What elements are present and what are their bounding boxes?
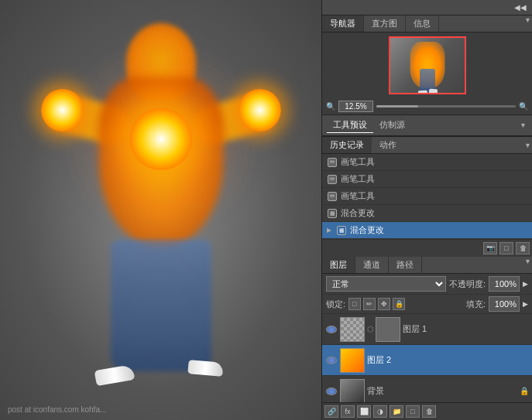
layer-name-1: 图层 1 <box>403 323 529 335</box>
navigator-zoom-bar: 🔍 🔍 <box>322 98 532 114</box>
figure-sun-orb <box>130 108 192 170</box>
lock-all-btn[interactable]: 🔒 <box>393 298 405 310</box>
tool-presets-section: 工具预设 仿制源 ▼ <box>322 115 532 137</box>
layer-thumb-bg <box>340 379 365 403</box>
eye-icon-bg <box>326 388 337 395</box>
figure-shoe-right <box>187 360 223 377</box>
layer-adjustment-btn[interactable]: ◑ <box>373 405 387 418</box>
zoom-slider[interactable] <box>376 105 516 108</box>
history-menu-btn[interactable]: ▼ <box>523 141 532 150</box>
figure-glow <box>53 15 269 394</box>
history-item-2[interactable]: ✏ 画笔工具 <box>322 171 532 188</box>
tool-presets-menu-btn[interactable]: ▼ <box>519 121 527 130</box>
history-item-3[interactable]: ✏ 画笔工具 <box>322 188 532 205</box>
watermark: post at iconfans.com kohfa... <box>8 405 106 414</box>
layers-blend-row: 正常 不透明度: ▶ <box>322 274 532 295</box>
layer-item-1[interactable]: ⬡ 图层 1 <box>322 314 532 345</box>
zoom-value-input[interactable] <box>338 101 373 112</box>
layers-tab-2[interactable]: 通道 <box>355 257 389 273</box>
history-item-label-1: 画笔工具 <box>341 156 375 168</box>
lock-transparent-btn[interactable]: □ <box>348 298 361 310</box>
history-item-1[interactable]: ✏ 画笔工具 <box>322 154 532 171</box>
history-tab-2[interactable]: 动作 <box>372 137 404 153</box>
canvas-area: post at iconfans.com kohfa... <box>0 0 321 420</box>
history-item-label-3: 画笔工具 <box>341 190 375 202</box>
canvas-image[interactable]: post at iconfans.com kohfa... <box>0 0 321 420</box>
layer-mask-1 <box>376 317 400 342</box>
layer-delete-btn[interactable]: 🗑 <box>422 405 436 418</box>
opacity-arrow-icon[interactable]: ▶ <box>523 280 528 288</box>
layer-new-btn[interactable]: □ <box>406 405 420 418</box>
history-icon-4: ▦ <box>327 208 338 219</box>
lock-icons: □ ✏ ✥ 🔒 <box>348 298 405 310</box>
history-arrow-icon: ▶ <box>327 227 331 234</box>
layers-tab-3[interactable]: 路径 <box>389 257 422 273</box>
history-new-snapshot-btn[interactable]: 📷 <box>483 242 497 254</box>
figure-hand-orb-left <box>41 89 84 131</box>
history-item-5[interactable]: ▶ ▦ 混合更改 <box>322 222 532 239</box>
navigator-preview <box>322 32 532 98</box>
lock-row: 锁定: □ ✏ ✥ 🔒 填充: ▶ <box>322 295 532 314</box>
history-bottom: 📷 □ 🗑 <box>322 239 532 257</box>
panel-collapse-btn[interactable]: ◀◀ <box>512 3 529 12</box>
right-panel: ◀◀ 导航器 直方图 信息 ▼ 🔍 🔍 <box>321 0 532 420</box>
lock-label: 锁定: <box>326 299 345 310</box>
layer-name-bg: 背景 <box>367 385 517 397</box>
history-icon-1: ✏ <box>327 157 338 168</box>
layer-visibility-bg[interactable] <box>325 385 338 398</box>
history-tabs: 历史记录 动作 ▼ <box>322 137 532 154</box>
figure-jeans <box>111 240 211 371</box>
zoom-out-icon[interactable]: 🔍 <box>326 102 335 111</box>
fill-input[interactable] <box>489 296 520 312</box>
opacity-label: 不透明度: <box>449 278 486 290</box>
layer-mask-btn[interactable]: ⬜ <box>357 405 371 418</box>
navigator-thumbnail[interactable] <box>389 36 466 94</box>
layer-visibility-1[interactable] <box>325 323 338 336</box>
tool-presets-tab-1[interactable]: 工具预设 <box>327 118 373 133</box>
navigator-tab-3[interactable]: 信息 <box>406 15 439 32</box>
history-item-4[interactable]: ▦ 混合更改 <box>322 205 532 222</box>
tool-presets-tabs: 工具预设 仿制源 <box>327 118 411 133</box>
navigator-tab-1[interactable]: 导航器 <box>322 15 364 32</box>
layer-item-2[interactable]: 图层 2 <box>322 345 532 376</box>
layer-link-btn[interactable]: 🔗 <box>324 405 338 418</box>
blend-mode-select[interactable]: 正常 <box>326 276 446 292</box>
lock-paint-btn[interactable]: ✏ <box>363 298 376 310</box>
layer-lock-icon: 🔒 <box>520 387 529 395</box>
layer-thumb-1 <box>340 317 365 342</box>
history-item-label-5: 混合更改 <box>350 224 384 236</box>
fill-label: 填充: <box>466 299 486 310</box>
lock-move-btn[interactable]: ✥ <box>378 298 390 310</box>
history-tab-1[interactable]: 历史记录 <box>322 137 372 153</box>
history-list: ✏ 画笔工具 ✏ 画笔工具 ✏ <box>322 154 532 239</box>
zoom-in-icon[interactable]: 🔍 <box>519 102 528 111</box>
opacity-input[interactable] <box>489 276 520 292</box>
tool-presets-tab-2[interactable]: 仿制源 <box>373 118 411 133</box>
eye-icon-1 <box>326 326 337 333</box>
history-delete-btn[interactable]: 🗑 <box>516 242 530 254</box>
layers-tab-1[interactable]: 图层 <box>322 257 355 273</box>
layer-thumb-2 <box>340 348 365 373</box>
layer-item-bg[interactable]: 背景 🔒 <box>322 376 532 402</box>
layer-visibility-2[interactable] <box>325 354 338 367</box>
figure-shoe-left <box>94 364 135 386</box>
layer-link-1: ⬡ <box>367 317 373 342</box>
layer-group-btn[interactable]: 📁 <box>390 405 403 418</box>
layers-menu-btn[interactable]: ▼ <box>523 257 532 273</box>
navigator-tabs: 导航器 直方图 信息 ▼ <box>322 15 532 32</box>
history-icon-2: ✏ <box>327 174 338 185</box>
navigator-menu-btn[interactable]: ▼ <box>523 15 532 32</box>
eye-icon-2 <box>326 357 337 364</box>
top-bar: ◀◀ <box>322 0 532 15</box>
history-section: 历史记录 动作 ▼ ✏ 画笔工具 ✏ <box>322 137 532 257</box>
history-new-state-btn[interactable]: □ <box>499 242 513 254</box>
history-icon-3: ✏ <box>327 191 338 202</box>
figure-hand-orb-right <box>239 89 281 131</box>
figure <box>53 15 269 394</box>
layer-name-2: 图层 2 <box>367 354 529 366</box>
history-item-label-2: 画笔工具 <box>341 173 375 185</box>
layer-fx-btn[interactable]: fx <box>341 405 355 418</box>
fill-arrow-icon[interactable]: ▶ <box>523 300 528 308</box>
history-item-label-4: 混合更改 <box>341 207 375 219</box>
navigator-tab-2[interactable]: 直方图 <box>364 15 406 32</box>
